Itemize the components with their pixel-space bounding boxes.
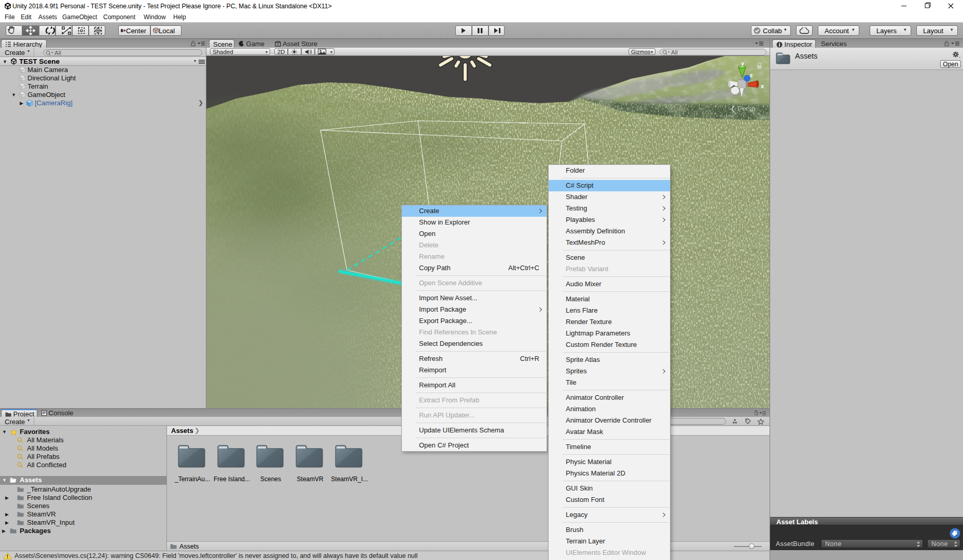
svg-text:y: y <box>741 60 745 66</box>
svg-text:❮ Persp: ❮ Persp <box>730 105 755 113</box>
svg-text:z: z <box>750 72 753 78</box>
svg-text:x: x <box>761 83 764 89</box>
